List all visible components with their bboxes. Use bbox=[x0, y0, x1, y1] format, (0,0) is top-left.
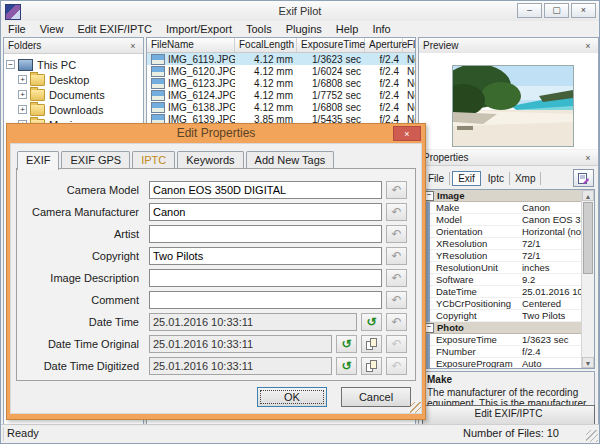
preview-close-icon[interactable]: × bbox=[582, 41, 594, 51]
tab-add-new-tags[interactable]: Add New Tags bbox=[246, 151, 335, 168]
menu-view[interactable]: View bbox=[33, 23, 71, 35]
copy-date-button[interactable] bbox=[361, 335, 382, 353]
property-row[interactable]: DateTime25.01.2016 10:3... bbox=[430, 286, 594, 298]
property-row[interactable]: YResolution72/1 bbox=[430, 250, 594, 262]
property-row[interactable]: FNumberf/2.4 bbox=[430, 346, 594, 358]
dialog-close-button[interactable]: × bbox=[393, 126, 421, 141]
edit-exif-iptc-button[interactable]: Edit EXIF/IPTC bbox=[422, 405, 595, 425]
expand-icon[interactable]: + bbox=[18, 90, 27, 99]
tab-keywords[interactable]: Keywords bbox=[177, 151, 243, 168]
tree-item-desktop[interactable]: + Desktop bbox=[6, 72, 141, 87]
ok-button[interactable]: OK bbox=[257, 387, 327, 407]
tree-item-downloads[interactable]: + Downloads bbox=[6, 102, 141, 117]
image-thumbnail-icon bbox=[151, 90, 165, 101]
undo-button[interactable]: ↶ bbox=[386, 335, 407, 353]
artist-field[interactable] bbox=[149, 225, 382, 243]
set-current-time-button[interactable]: ↺ bbox=[336, 335, 357, 353]
tab-exif-gps[interactable]: EXIF GPS bbox=[61, 151, 130, 168]
close-button[interactable]: × bbox=[571, 3, 596, 18]
expand-icon[interactable]: + bbox=[18, 105, 27, 114]
column-filename[interactable]: FileName bbox=[147, 38, 235, 52]
property-row[interactable]: MakeCanon bbox=[430, 202, 594, 214]
undo-button[interactable]: ↶ bbox=[386, 269, 407, 287]
menu-info[interactable]: Info bbox=[365, 23, 397, 35]
cancel-button[interactable]: Cancel bbox=[341, 387, 411, 407]
menu-tools[interactable]: Tools bbox=[239, 23, 279, 35]
properties-scrollbar[interactable]: ▲ ▼ bbox=[581, 190, 594, 368]
camera-manufacturer-field[interactable] bbox=[149, 203, 382, 221]
undo-button[interactable]: ↶ bbox=[386, 357, 407, 375]
column-flash[interactable]: Flash bbox=[403, 38, 415, 52]
property-row[interactable]: OrientationHorizontal (normal) bbox=[430, 226, 594, 238]
property-row[interactable]: CopyrightTwo Pilots bbox=[430, 310, 594, 322]
tab-file[interactable]: File bbox=[423, 172, 450, 185]
column-focallength[interactable]: FocalLength bbox=[235, 38, 297, 52]
folders-panel-header: Folders × bbox=[4, 38, 143, 54]
undo-icon: ↶ bbox=[391, 337, 401, 351]
property-row[interactable]: Software9.2 bbox=[430, 274, 594, 286]
tree-item-this-pc[interactable]: − This PC bbox=[6, 57, 141, 72]
table-row[interactable]: IMG_6123.JPG 4.12 mm 1/6808 sec f/2.4 No… bbox=[147, 77, 415, 89]
copy-date-button[interactable] bbox=[361, 357, 382, 375]
tree-item-documents[interactable]: + Documents bbox=[6, 87, 141, 102]
undo-button[interactable]: ↶ bbox=[386, 313, 407, 331]
undo-button[interactable]: ↶ bbox=[386, 225, 407, 243]
expand-icon[interactable]: + bbox=[18, 75, 27, 84]
tab-exif[interactable]: Exif bbox=[452, 171, 481, 186]
tab-iptc[interactable]: IPTC bbox=[132, 151, 175, 168]
field-label: Date Time bbox=[23, 316, 149, 328]
undo-button[interactable]: ↶ bbox=[386, 181, 407, 199]
group-row-image[interactable]: − Image bbox=[423, 190, 594, 202]
folder-icon bbox=[30, 104, 45, 116]
maximize-button[interactable]: ▢ bbox=[544, 3, 569, 18]
resize-grip[interactable] bbox=[586, 430, 598, 442]
minimize-button[interactable]: – bbox=[517, 3, 542, 18]
property-row[interactable]: ModelCanon EOS 350 bbox=[430, 214, 594, 226]
column-exposuretime[interactable]: ExposureTime bbox=[297, 38, 365, 52]
scroll-down-icon[interactable]: ▼ bbox=[582, 357, 594, 368]
tab-xmp[interactable]: Xmp bbox=[510, 172, 542, 185]
scrollbar-thumb[interactable] bbox=[583, 202, 593, 274]
menu-import-export[interactable]: Import/Export bbox=[159, 23, 239, 35]
menu-help[interactable]: Help bbox=[329, 23, 366, 35]
table-row[interactable]: IMG_6119.JPG 4.12 mm 1/3623 sec f/2.4 No… bbox=[147, 53, 415, 65]
property-row[interactable]: XResolution72/1 bbox=[430, 238, 594, 250]
menu-plugins[interactable]: Plugins bbox=[279, 23, 329, 35]
computer-icon bbox=[18, 59, 33, 71]
group-row-photo[interactable]: − Photo bbox=[423, 322, 594, 334]
tab-exif[interactable]: EXIF bbox=[17, 151, 59, 170]
flash-cell: No, aut bbox=[403, 102, 415, 113]
collapse-icon[interactable]: − bbox=[6, 60, 15, 69]
menu-edit-exif-iptc[interactable]: Edit EXIF/IPTC bbox=[70, 23, 159, 35]
undo-button[interactable]: ↶ bbox=[386, 247, 407, 265]
set-current-time-button[interactable]: ↺ bbox=[361, 313, 382, 331]
clock-icon: ↺ bbox=[341, 359, 351, 373]
property-row[interactable]: YCbCrPositioningCentered bbox=[430, 298, 594, 310]
table-row[interactable]: IMG_6120.JPG 4.12 mm 1/6024 sec f/2.4 No… bbox=[147, 65, 415, 77]
copyright-field[interactable] bbox=[149, 247, 382, 265]
properties-close-icon[interactable]: × bbox=[582, 153, 594, 163]
set-current-time-button[interactable]: ↺ bbox=[336, 357, 357, 375]
property-row[interactable]: ExposureProgramAuto bbox=[430, 358, 594, 369]
image-description-field[interactable] bbox=[149, 269, 382, 287]
folders-close-icon[interactable]: × bbox=[127, 41, 139, 51]
comment-field[interactable] bbox=[149, 291, 382, 309]
camera-model-field[interactable] bbox=[149, 181, 382, 199]
property-row[interactable]: ResolutionUnitinches bbox=[430, 262, 594, 274]
scroll-up-icon[interactable]: ▲ bbox=[582, 190, 594, 201]
menu-file[interactable]: File bbox=[1, 23, 33, 35]
aperture-cell: f/2.4 bbox=[365, 102, 403, 113]
undo-button[interactable]: ↶ bbox=[386, 291, 407, 309]
tab-iptc[interactable]: Iptc bbox=[483, 172, 510, 185]
form-row: Date Time Digitized ↺ ↶ bbox=[23, 355, 407, 377]
prop-key: Make bbox=[430, 202, 522, 213]
undo-button[interactable]: ↶ bbox=[386, 203, 407, 221]
dialog-resize-grip[interactable] bbox=[410, 402, 421, 413]
edit-properties-button[interactable] bbox=[573, 169, 594, 187]
column-aperture[interactable]: Aperture bbox=[365, 38, 403, 52]
image-thumbnail-icon bbox=[151, 66, 165, 77]
focal-cell: 4.12 mm bbox=[235, 54, 297, 65]
table-row[interactable]: IMG_6124.JPG 4.12 mm 1/7752 sec f/2.4 No… bbox=[147, 89, 415, 101]
property-row[interactable]: ExposureTime1/3623 sec bbox=[430, 334, 594, 346]
table-row[interactable]: IMG_6138.JPG 4.12 mm 1/6808 sec f/2.4 No… bbox=[147, 101, 415, 113]
